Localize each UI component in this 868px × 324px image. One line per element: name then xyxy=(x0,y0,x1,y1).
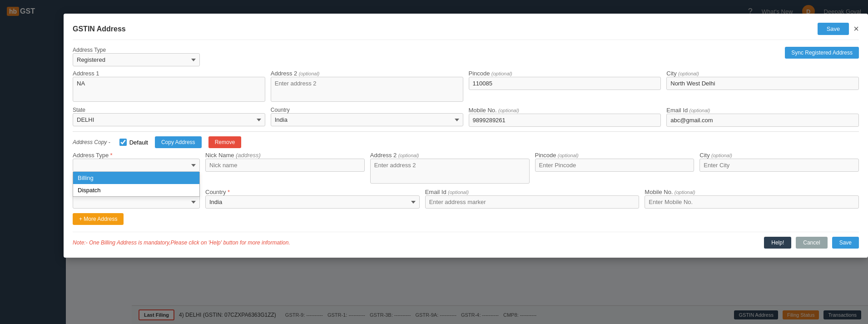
address1-label: Address 1 xyxy=(73,70,265,77)
mobile-label: Mobile No. (optional) xyxy=(469,107,661,114)
mobile2-input[interactable] xyxy=(645,195,859,209)
address-copy-label: Address Copy - xyxy=(73,139,113,145)
state-select[interactable]: DELHI MAHARASHTRA xyxy=(73,113,265,126)
mobile-group: Mobile No. (optional) xyxy=(469,107,661,127)
email-group: Email Id (optional) xyxy=(666,107,859,127)
address2-group: Address 2 (optional) xyxy=(271,70,463,103)
state-label: State xyxy=(73,107,265,113)
pincode-group: Pincode (optional) xyxy=(469,70,661,103)
pincode2-label: Pincode (optional) xyxy=(535,152,694,159)
address2b-group: Address 2 (optional) xyxy=(370,152,530,185)
help-button[interactable]: Help! xyxy=(764,237,791,249)
more-address-button[interactable]: + More Address xyxy=(73,213,124,225)
address1-input[interactable]: NA xyxy=(73,77,265,102)
nickname-group: Nick Name (address) xyxy=(205,152,365,172)
copy-address-button[interactable]: Copy Address xyxy=(155,136,202,148)
address-type2-dropdown-open[interactable]: Billing Dispatch xyxy=(73,172,200,197)
address-row-1: Address 1 NA Address 2 (optional) Pincod… xyxy=(73,70,859,103)
modal-save-top-button[interactable]: Save xyxy=(818,23,849,35)
email2-label: Email Id (optional) xyxy=(425,189,640,195)
pincode2-group: Pincode (optional) xyxy=(535,152,694,172)
country-select[interactable]: India USA xyxy=(271,113,463,126)
dropdown-billing-item[interactable]: Billing xyxy=(73,172,199,184)
city-group: City (optional) xyxy=(666,70,859,103)
email-label: Email Id (optional) xyxy=(666,107,859,114)
address-row-2: State DELHI MAHARASHTRA Country India US… xyxy=(73,107,859,127)
additional-address-section: Address Copy - Default Copy Address Remo… xyxy=(73,136,859,209)
email-input[interactable] xyxy=(666,114,859,127)
country-group: Country India USA xyxy=(271,107,463,127)
address-type2-select[interactable]: Billing Dispatch xyxy=(73,159,200,172)
email2-group: Email Id (optional) xyxy=(425,189,640,209)
address-type2-dropdown-container: Billing Dispatch Billing Dispatch xyxy=(73,159,200,172)
dropdown-dispatch-item[interactable]: Dispatch xyxy=(73,184,199,196)
address-type-group: Address Type Registered Billing Dispatch xyxy=(73,47,200,66)
section2-row1: Address Type * Billing Dispatch Billing … xyxy=(73,152,859,185)
default-checkbox[interactable] xyxy=(119,139,127,146)
more-address-row: + More Address xyxy=(73,213,859,225)
nickname-label: Nick Name (address) xyxy=(205,152,365,159)
city-label: City (optional) xyxy=(666,70,859,77)
mobile-input[interactable] xyxy=(469,114,661,127)
email2-input[interactable] xyxy=(425,195,640,209)
country2-select[interactable]: India USA xyxy=(205,195,420,209)
mobile2-label: Mobile No. (optional) xyxy=(645,189,859,195)
city2-input[interactable] xyxy=(699,159,859,172)
state-group: State DELHI MAHARASHTRA xyxy=(73,107,265,127)
address-type-label: Address Type xyxy=(73,47,200,53)
address-type2-label: Address Type * xyxy=(73,152,200,159)
footer-note: Note:- One Billing Address is mandatory,… xyxy=(73,239,759,246)
modal-header: GSTIN Address Save × xyxy=(73,23,859,40)
address-type-select[interactable]: Registered Billing Dispatch xyxy=(73,53,200,66)
pincode-input[interactable] xyxy=(469,77,661,90)
address2b-label: Address 2 (optional) xyxy=(370,152,530,159)
city2-label: City (optional) xyxy=(699,152,859,159)
section2-header-row: Address Copy - Default Copy Address Remo… xyxy=(73,136,859,148)
registered-address-section: Address Type Registered Billing Dispatch… xyxy=(73,47,859,127)
sync-registered-address-button[interactable]: Sync Registered Address xyxy=(785,47,859,59)
default-checkbox-group: Default xyxy=(119,139,148,146)
address1-group: Address 1 NA xyxy=(73,70,265,103)
country-label: Country xyxy=(271,107,463,113)
mobile2-group: Mobile No. (optional) xyxy=(645,189,859,209)
country2-group: Country * India USA xyxy=(205,189,420,209)
address2b-input[interactable] xyxy=(370,159,530,184)
save-footer-button[interactable]: Save xyxy=(832,237,859,249)
section-divider xyxy=(73,131,859,132)
city-input[interactable] xyxy=(666,77,859,90)
address2-input[interactable] xyxy=(271,77,463,102)
modal-close-button[interactable]: × xyxy=(853,24,859,34)
pincode-label: Pincode (optional) xyxy=(469,70,661,77)
gstin-address-modal: GSTIN Address Save × Address Type Regist… xyxy=(64,14,868,258)
default-label: Default xyxy=(129,139,148,146)
state2-select[interactable]: DELHI xyxy=(73,195,200,209)
nickname-input[interactable] xyxy=(205,159,365,172)
pincode2-input[interactable] xyxy=(535,159,694,172)
modal-footer: Note:- One Billing Address is mandatory,… xyxy=(73,232,859,249)
cancel-button[interactable]: Cancel xyxy=(796,237,827,249)
city2-group: City (optional) xyxy=(699,152,859,172)
modal-title: GSTIN Address xyxy=(73,25,126,33)
country2-label: Country * xyxy=(205,189,420,195)
address-type2-group: Address Type * Billing Dispatch Billing … xyxy=(73,152,200,172)
address2-label: Address 2 (optional) xyxy=(271,70,463,77)
remove-address-button[interactable]: Remove xyxy=(208,136,242,148)
